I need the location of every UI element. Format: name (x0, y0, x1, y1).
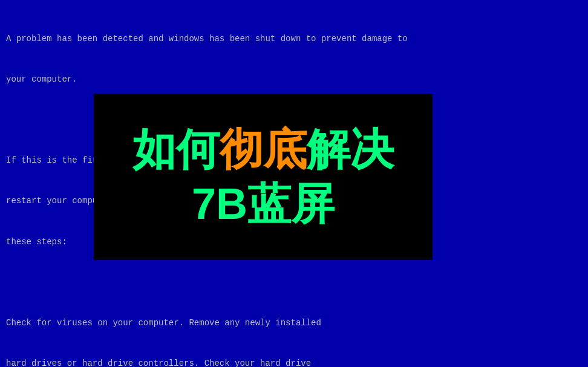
overlay-text-jiejue: 解决 (307, 126, 394, 174)
overlay-text-chedi: 彻底 (220, 126, 307, 174)
overlay-title-line1: 如何 彻底 解决 (132, 126, 394, 174)
bsod-line-1: A problem has been detected and windows … (6, 32, 582, 45)
bsod-line-7 (6, 276, 582, 289)
bsod-line-8: Check for viruses on your computer. Remo… (6, 316, 582, 330)
bsod-line-9: hard drives or hard drive controllers. C… (6, 357, 582, 367)
bsod-line-2: your computer. (6, 73, 582, 86)
overlay-panel: 如何 彻底 解决 7B蓝屏 (94, 94, 433, 260)
overlay-text-ruhe: 如何 (132, 126, 220, 174)
overlay-title-line2: 7B蓝屏 (192, 180, 335, 228)
